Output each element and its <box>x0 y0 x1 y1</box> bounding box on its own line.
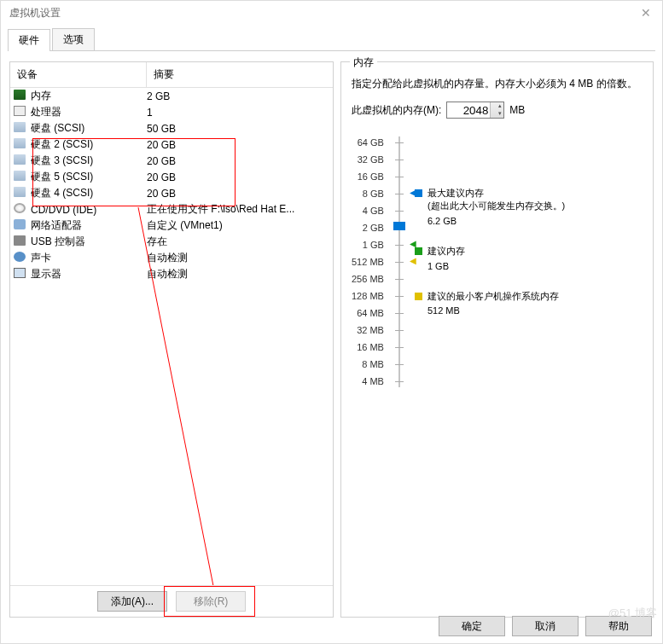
device-name: CD/DVD (IDE) <box>31 204 147 216</box>
memory-desc: 指定分配给此虚拟机的内存量。内存大小必须为 4 MB 的倍数。 <box>352 76 643 91</box>
vm-settings-window: 虚拟机设置 ✕ 硬件 选项 设备 摘要 内存2 GB处理器1硬盘 (SCSI)5… <box>0 0 663 644</box>
device-row[interactable]: 硬盘 4 (SCSI)20 GB <box>10 185 333 201</box>
cancel-button[interactable]: 取消 <box>512 616 579 636</box>
device-row[interactable]: 硬盘 2 (SCSI)20 GB <box>10 136 333 153</box>
device-name: USB 控制器 <box>31 235 147 249</box>
grid-header: 设备 摘要 <box>10 62 333 88</box>
memory-input-row: 此虚拟机的内存(M): MB <box>352 102 643 119</box>
legend-min-label: 建议的最小客户机操作系统内存 <box>427 290 559 303</box>
device-icon <box>14 138 27 152</box>
memory-spinner[interactable] <box>446 102 504 119</box>
add-button[interactable]: 添加(A)... <box>97 591 167 612</box>
device-row[interactable]: CD/DVD (IDE)正在使用文件 F:\iso\Red Hat E... <box>10 201 333 218</box>
device-name: 硬盘 3 (SCSI) <box>31 154 147 168</box>
device-icon <box>14 235 27 249</box>
tick-label: 4 MB <box>362 373 384 390</box>
legend-min: 建议的最小客户机操作系统内存 512 MB <box>415 290 643 318</box>
device-name: 处理器 <box>31 105 147 119</box>
legend-min-value: 512 MB <box>427 305 559 317</box>
device-icon <box>14 187 27 200</box>
tick-label: 128 MB <box>352 287 384 305</box>
grid-body: 内存2 GB处理器1硬盘 (SCSI)50 GB硬盘 2 (SCSI)20 GB… <box>10 88 333 585</box>
device-row[interactable]: 声卡自动检测 <box>10 250 333 266</box>
device-summary: 1 <box>147 107 333 119</box>
ok-button[interactable]: 确定 <box>439 616 505 636</box>
device-summary: 20 GB <box>147 188 333 200</box>
slider-ticks: 64 GB32 GB16 GB8 GB4 GB2 GB1 GB512 MB256… <box>352 134 384 390</box>
device-summary: 自动检测 <box>147 267 333 281</box>
legend-max: 最大建议内存 (超出此大小可能发生内存交换。) 6.2 GB <box>415 187 643 228</box>
tabs: 硬件 选项 <box>8 28 655 51</box>
remove-button: 移除(R) <box>176 591 246 612</box>
tick-label: 256 MB <box>352 270 384 287</box>
legend-max-label: 最大建议内存 <box>427 187 565 200</box>
device-row[interactable]: 硬盘 3 (SCSI)20 GB <box>10 153 333 169</box>
device-summary: 2 GB <box>147 90 333 102</box>
tab-hardware[interactable]: 硬件 <box>8 29 50 51</box>
device-row[interactable]: 显示器自动检测 <box>10 266 333 282</box>
tick-label: 1 GB <box>363 236 384 253</box>
device-row[interactable]: 硬盘 (SCSI)50 GB <box>10 120 333 136</box>
device-icon <box>14 219 27 233</box>
device-name: 硬盘 5 (SCSI) <box>31 170 147 184</box>
device-icon <box>14 252 27 265</box>
tick-label: 64 MB <box>357 305 384 322</box>
device-summary: 存在 <box>147 235 333 249</box>
legend-rec-value: 1 GB <box>427 260 465 273</box>
device-summary: 50 GB <box>147 123 333 135</box>
legend-rec-label: 建议内存 <box>427 245 465 258</box>
close-icon[interactable]: ✕ <box>633 6 659 20</box>
device-row[interactable]: 内存2 GB <box>10 88 333 104</box>
memory-input[interactable] <box>446 102 504 119</box>
tick-label: 4 GB <box>363 202 384 219</box>
window-title: 虚拟机设置 <box>9 6 61 20</box>
device-summary: 20 GB <box>147 171 333 183</box>
square-green-icon <box>415 247 422 255</box>
memory-label: 此虚拟机的内存(M): <box>352 103 441 118</box>
memory-unit: MB <box>509 104 525 116</box>
tick-label: 64 GB <box>358 134 384 151</box>
tabs-container: 硬件 选项 <box>1 25 662 51</box>
tick-label: 16 MB <box>357 339 384 356</box>
content: 设备 摘要 内存2 GB处理器1硬盘 (SCSI)50 GB硬盘 2 (SCSI… <box>1 51 662 621</box>
tick-label: 2 GB <box>363 219 384 236</box>
legend-max-note: (超出此大小可能发生内存交换。) <box>427 200 565 212</box>
device-name: 显示器 <box>31 267 147 281</box>
tick-label: 32 MB <box>357 322 384 339</box>
device-name: 网络适配器 <box>31 218 147 233</box>
legend-max-value: 6.2 GB <box>427 215 565 228</box>
marker-min-icon: ◀ <box>410 256 416 265</box>
device-name: 内存 <box>31 89 147 103</box>
device-row[interactable]: 网络适配器自定义 (VMnet1) <box>10 218 333 234</box>
slider-track[interactable]: ◀ ◀ ◀ <box>391 134 408 390</box>
slider-thumb-icon[interactable] <box>393 222 405 230</box>
device-icon <box>14 122 27 136</box>
col-device: 设备 <box>10 62 147 87</box>
device-row[interactable]: USB 控制器存在 <box>10 234 333 250</box>
memory-slider-area: 64 GB32 GB16 GB8 GB4 GB2 GB1 GB512 MB256… <box>352 134 643 390</box>
marker-max-icon: ◀ <box>410 188 416 197</box>
tab-options[interactable]: 选项 <box>52 28 95 50</box>
device-row[interactable]: 硬盘 5 (SCSI)20 GB <box>10 169 333 185</box>
legend: 最大建议内存 (超出此大小可能发生内存交换。) 6.2 GB 建议内存 1 GB <box>415 134 643 390</box>
square-yellow-icon <box>415 293 422 300</box>
device-icon <box>14 106 27 119</box>
tick-label: 512 MB <box>352 253 384 270</box>
device-summary: 20 GB <box>147 155 333 167</box>
titlebar: 虚拟机设置 ✕ <box>1 1 662 25</box>
tick-label: 8 MB <box>362 356 384 373</box>
device-name: 硬盘 (SCSI) <box>31 121 147 136</box>
memory-pane: 内存 指定分配给此虚拟机的内存量。内存大小必须为 4 MB 的倍数。 此虚拟机的… <box>340 61 654 618</box>
tick-label: 32 GB <box>358 151 384 168</box>
device-row[interactable]: 处理器1 <box>10 104 333 120</box>
device-summary: 正在使用文件 F:\iso\Red Hat E... <box>147 202 333 217</box>
marker-rec-icon: ◀ <box>410 239 416 248</box>
device-icon <box>14 268 27 281</box>
device-icon <box>14 203 27 217</box>
device-list-pane: 设备 摘要 内存2 GB处理器1硬盘 (SCSI)50 GB硬盘 2 (SCSI… <box>9 61 334 618</box>
device-summary: 自动检测 <box>147 251 333 265</box>
tick-label: 16 GB <box>358 168 384 185</box>
col-summary: 摘要 <box>147 62 333 87</box>
device-icon <box>14 154 27 168</box>
device-name: 硬盘 2 (SCSI) <box>31 137 147 152</box>
